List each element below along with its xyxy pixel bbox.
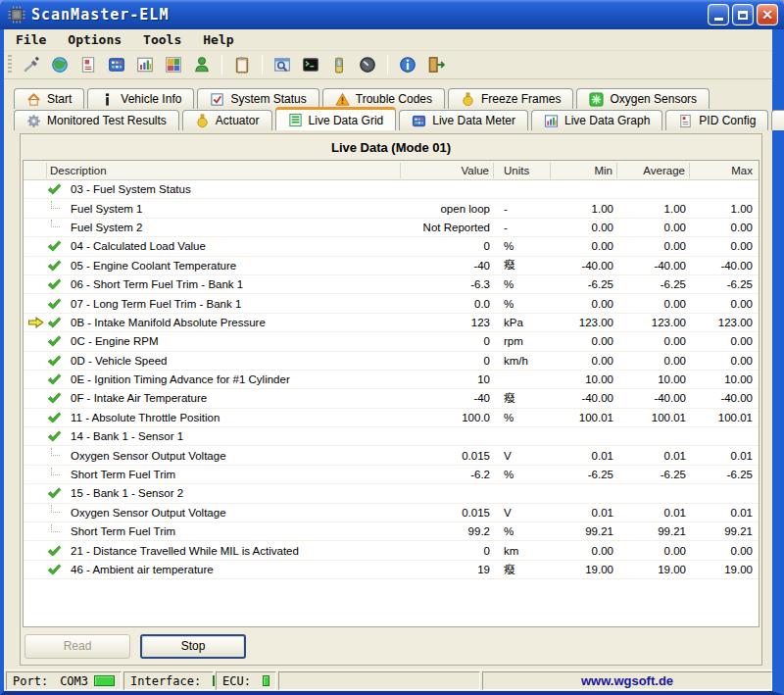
toolbar-button-chart[interactable] [133,53,157,76]
tab-row-1: StartVehicle InfoSystem StatusTrouble Co… [14,87,772,109]
checkbox-icon [210,92,224,107]
table-row[interactable]: 06 - Short Term Fuel Trim - Bank 1-6.3%-… [24,275,759,294]
cell-average: -40.00 [617,392,690,404]
cell-description: 06 - Short Term Fuel Trim - Bank 1 [69,278,401,290]
ecu-label: ECU: [222,674,251,688]
cell-status [47,220,69,234]
table-row[interactable]: 0B - Intake Manifold Absolute Pressure12… [24,314,759,332]
cell-description: Oxygen Sensor Output Voltage [69,507,401,519]
column-header-average[interactable]: Average [617,163,690,178]
toolbar-button-exit[interactable] [424,53,448,76]
live-data-grid: Description Value Units Min Average Max … [23,160,760,627]
toolbar-button-info[interactable] [396,53,419,76]
menu-item-tools[interactable]: Tools [141,31,183,48]
tab-system-status[interactable]: System Status [197,88,318,109]
toolbar-button-image[interactable] [162,53,185,76]
graph-icon [544,114,559,128]
tab-pid-config[interactable]: PID Config [665,110,768,130]
cell-status [47,524,69,539]
check-icon [47,392,62,404]
menu-item-help[interactable]: Help [201,31,235,48]
table-row[interactable]: 15 - Bank 1 - Sensor 2 [24,484,759,503]
toolbar-button-battery[interactable] [327,53,351,76]
toolbar-separator [387,55,388,74]
toolbar-button-user[interactable] [190,53,214,76]
column-header-min[interactable]: Min [551,163,617,178]
tab-label: Live Data Meter [432,114,515,127]
cell-average: -40.00 [617,260,690,272]
stop-button[interactable]: Stop [140,634,246,659]
menu-bar: FileOptionsToolsHelp [4,29,772,51]
table-row[interactable]: Fuel System 1open loop-1.001.001.00 [24,199,759,218]
tab-oxygen-sensors[interactable]: Oxygen Sensors [576,88,710,109]
table-row[interactable]: Fuel System 2Not Reported-0.000.000.00 [24,219,759,237]
toolbar-button-gauge[interactable] [356,53,379,76]
cell-status [47,412,69,423]
tab-live-data-grid[interactable]: Live Data Grid [275,107,397,130]
grid-icon [108,56,125,74]
cell-units: 癈 [494,391,551,406]
cell-status [47,564,69,575]
table-row[interactable]: Oxygen Sensor Output Voltage0.015V0.010.… [24,446,759,465]
cell-average: 0.00 [617,335,690,347]
cell-value: 19 [401,564,494,575]
table-row[interactable]: 07 - Long Term Fuel Trim - Bank 10.0%0.0… [24,294,759,313]
table-row[interactable]: 0C - Engine RPM0rpm0.000.000.00 [24,332,759,351]
toolbar-button-clipboard[interactable] [230,53,254,76]
website-link[interactable]: www.wgsoft.de [581,673,673,688]
check-icon [47,298,62,310]
read-button[interactable]: Read [24,634,130,659]
cell-description: 0E - Ignition Timing Advance for #1 Cyli… [69,373,401,385]
toolbar-button-search[interactable] [270,53,294,76]
table-row[interactable]: 0D - Vehicle Speed0km/h0.000.000.00 [24,352,759,371]
toolbar-button-terminal[interactable] [299,53,322,76]
table-row[interactable]: 21 - Distance Travelled While MIL is Act… [24,541,759,560]
column-header-max[interactable]: Max [690,163,759,178]
maximize-button[interactable] [732,4,754,25]
tab-start[interactable]: Start [14,88,84,109]
table-row[interactable]: 0F - Intake Air Temperature-40癈-40.00-40… [24,389,759,408]
cell-average: 0.00 [617,545,690,557]
check-icon [47,260,62,272]
clipboard-icon [233,56,251,74]
cell-description: 46 - Ambient air temperature [69,564,401,575]
toolbar-button-report[interactable] [76,53,100,76]
tab-power[interactable]: Power [771,110,784,130]
cell-average: 10.00 [617,373,690,385]
cell-units: V [494,450,551,462]
cell-max: 10.00 [690,373,759,385]
cell-max: 0.00 [690,240,759,252]
cell-value: 0.015 [401,450,494,462]
header-spacer [24,163,47,178]
cell-min: -40.00 [551,260,617,272]
tab-actuator[interactable]: Actuator [182,110,272,130]
column-header-units[interactable]: Units [494,163,551,178]
menu-item-options[interactable]: Options [66,31,123,48]
table-row[interactable]: 05 - Engine Coolant Temperature-40癈-40.0… [24,257,759,275]
tab-vehicle-info[interactable]: Vehicle Info [87,88,194,109]
minimize-button[interactable] [708,4,729,25]
tab-trouble-codes[interactable]: Trouble Codes [322,88,445,109]
table-row[interactable]: 03 - Fuel System Status [24,180,759,199]
user-icon [193,56,211,74]
close-button[interactable]: ✕ [757,4,778,25]
column-header-value[interactable]: Value [401,163,494,178]
toolbar-button-grid[interactable] [105,53,128,76]
toolbar-button-connect[interactable] [20,53,43,76]
tab-freeze-frames[interactable]: Freeze Frames [448,88,573,109]
tab-monitored-test-results[interactable]: Monitored Test Results [14,110,179,130]
table-row[interactable]: 14 - Bank 1 - Sensor 1 [24,427,759,446]
table-row[interactable]: 11 - Absolute Throttle Position100.0%100… [24,409,759,427]
tree-elbow-icon [51,505,60,513]
table-row[interactable]: 04 - Calculated Load Value0%0.000.000.00 [24,237,759,256]
table-row[interactable]: 0E - Ignition Timing Advance for #1 Cyli… [24,371,759,389]
tab-live-data-meter[interactable]: Live Data Meter [399,110,528,130]
table-row[interactable]: 46 - Ambient air temperature19癈19.0019.0… [24,561,759,579]
table-row[interactable]: Short Term Fuel Trim99.2%99.2199.2199.21 [24,522,759,541]
table-row[interactable]: Oxygen Sensor Output Voltage0.015V0.010.… [24,504,759,522]
column-header-description[interactable]: Description [47,163,401,178]
menu-item-file[interactable]: File [14,31,48,48]
table-row[interactable]: Short Term Fuel Trim-6.2%-6.25-6.25-6.25 [24,466,759,484]
tab-live-data-graph[interactable]: Live Data Graph [531,110,662,130]
toolbar-button-globe[interactable] [48,53,72,76]
